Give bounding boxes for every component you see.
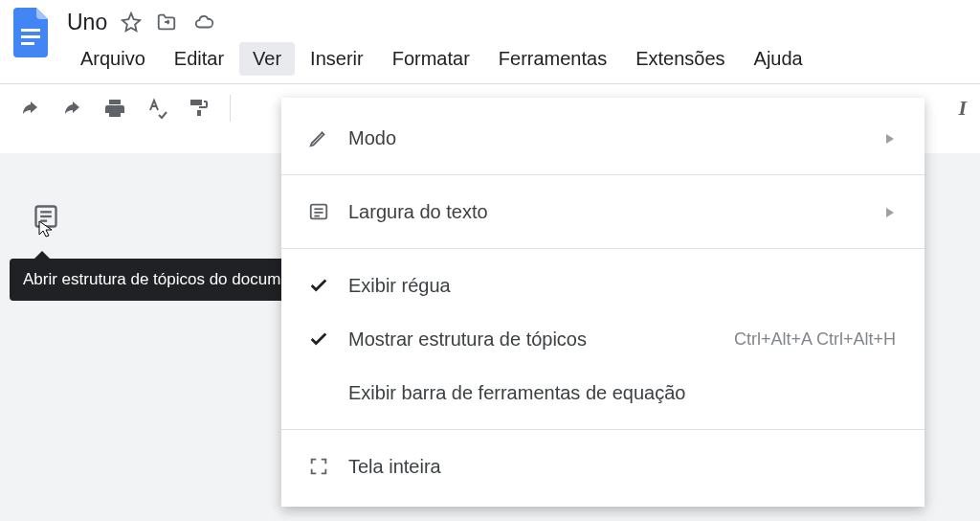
menu-item-largura[interactable]: Largura do texto bbox=[281, 185, 924, 238]
menu-item-estrutura[interactable]: Mostrar estrutura de tópicos Ctrl+Alt+A … bbox=[281, 312, 924, 366]
menu-item-label: Exibir régua bbox=[348, 275, 896, 297]
docs-logo-icon[interactable] bbox=[11, 8, 50, 57]
menu-separator bbox=[281, 174, 924, 175]
check-icon bbox=[302, 275, 335, 296]
menu-ver[interactable]: Ver bbox=[239, 42, 295, 76]
menu-extensoes[interactable]: Extensões bbox=[622, 42, 738, 76]
redo-button[interactable] bbox=[56, 91, 90, 125]
move-to-folder-icon[interactable] bbox=[155, 11, 178, 33]
star-icon[interactable] bbox=[121, 11, 142, 33]
menu-item-label: Mostrar estrutura de tópicos bbox=[348, 328, 734, 351]
ver-dropdown-menu: Modo Largura do texto Exibir régua Mostr… bbox=[281, 98, 924, 507]
app-header: Uno Arquivo Editar Ver Inserir Formatar … bbox=[0, 0, 980, 76]
fullscreen-icon bbox=[302, 456, 335, 477]
pencil-icon bbox=[302, 127, 335, 148]
submenu-arrow-icon bbox=[884, 201, 896, 223]
spellcheck-button[interactable] bbox=[140, 91, 174, 125]
undo-button[interactable] bbox=[13, 91, 48, 125]
paint-format-button[interactable] bbox=[182, 91, 216, 125]
text-width-icon bbox=[302, 201, 335, 222]
menu-ajuda[interactable]: Ajuda bbox=[741, 42, 816, 76]
menu-item-label: Tela inteira bbox=[348, 456, 896, 478]
menu-arquivo[interactable]: Arquivo bbox=[67, 42, 159, 76]
cloud-status-icon[interactable] bbox=[191, 11, 216, 33]
menu-separator bbox=[281, 248, 924, 249]
menu-item-label: Exibir barra de ferramentas de equação bbox=[348, 382, 896, 404]
menu-inserir[interactable]: Inserir bbox=[297, 42, 377, 76]
svg-rect-2 bbox=[21, 42, 34, 45]
menu-ferramentas[interactable]: Ferramentas bbox=[485, 42, 620, 76]
menu-item-modo[interactable]: Modo bbox=[281, 111, 924, 165]
menu-separator bbox=[281, 429, 924, 430]
menu-item-shortcut: Ctrl+Alt+A Ctrl+Alt+H bbox=[734, 329, 896, 350]
submenu-arrow-icon bbox=[884, 127, 896, 149]
menu-editar[interactable]: Editar bbox=[161, 42, 237, 76]
menu-formatar[interactable]: Formatar bbox=[379, 42, 483, 76]
mouse-cursor-icon bbox=[38, 220, 54, 241]
menu-item-label: Modo bbox=[348, 127, 884, 149]
check-icon bbox=[302, 328, 335, 350]
menu-item-label: Largura do texto bbox=[348, 201, 884, 223]
menu-item-tela-inteira[interactable]: Tela inteira bbox=[281, 440, 924, 493]
italic-button[interactable]: I bbox=[958, 96, 967, 121]
outline-toggle-button[interactable] bbox=[33, 203, 61, 232]
outline-tooltip: Abrir estrutura de tópicos do documento bbox=[10, 259, 325, 301]
svg-rect-1 bbox=[21, 35, 40, 38]
menu-bar: Arquivo Editar Ver Inserir Formatar Ferr… bbox=[67, 42, 816, 76]
document-title[interactable]: Uno bbox=[67, 10, 107, 35]
print-button[interactable] bbox=[98, 91, 132, 125]
toolbar-separator bbox=[230, 95, 231, 122]
menu-item-regua[interactable]: Exibir régua bbox=[281, 259, 924, 312]
menu-item-equacao[interactable]: Exibir barra de ferramentas de equação bbox=[281, 366, 924, 419]
svg-rect-0 bbox=[21, 29, 40, 32]
